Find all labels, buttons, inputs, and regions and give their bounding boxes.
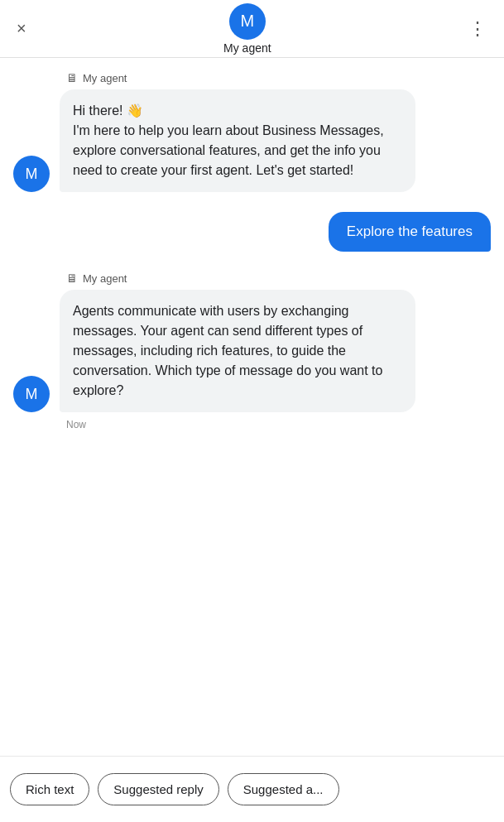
avatar-incoming-2: M xyxy=(13,376,50,412)
incoming-message-2: M Agents communicate with users by excha… xyxy=(13,290,491,412)
timestamp: Now xyxy=(13,419,491,430)
agent-label-1: My agent xyxy=(83,72,127,84)
second-agent-block: 🖥 My agent M Agents communicate with use… xyxy=(13,272,491,430)
agent-label-row-1: 🖥 My agent xyxy=(13,71,491,84)
chat-area: 🖥 My agent M Hi there! 👋 I'm here to hel… xyxy=(0,58,504,756)
outgoing-message-1: Explore the features xyxy=(13,212,491,252)
header: × M My agent ⋮ xyxy=(0,0,504,58)
agent-label-2: My agent xyxy=(83,272,127,285)
bubble-incoming-1: Hi there! 👋 I'm here to help you learn a… xyxy=(60,89,415,192)
chip-suggested-action[interactable]: Suggested a... xyxy=(228,773,339,805)
app-container: × M My agent ⋮ 🖥 My agent M Hi there! 👋 … xyxy=(0,0,504,822)
agent-icon-1: 🖥 xyxy=(66,71,78,84)
close-button[interactable]: × xyxy=(13,16,30,41)
bottom-bar: Rich text Suggested reply Suggested a... xyxy=(0,756,504,822)
chip-suggested-reply[interactable]: Suggested reply xyxy=(98,773,218,805)
agent-name-header: My agent xyxy=(223,41,271,55)
agent-icon-2: 🖥 xyxy=(66,272,78,285)
bubble-incoming-2: Agents communicate with users by exchang… xyxy=(60,290,415,412)
chip-rich-text[interactable]: Rich text xyxy=(10,773,89,805)
bubble-outgoing-1: Explore the features xyxy=(329,212,491,252)
header-center: M My agent xyxy=(30,3,465,55)
header-left: × xyxy=(13,16,30,41)
avatar: M xyxy=(229,3,266,40)
incoming-message-1: M Hi there! 👋 I'm here to help you learn… xyxy=(13,89,491,192)
more-button[interactable]: ⋮ xyxy=(465,15,491,43)
avatar-incoming-1: M xyxy=(13,156,50,192)
agent-label-row-2: 🖥 My agent xyxy=(13,272,491,285)
